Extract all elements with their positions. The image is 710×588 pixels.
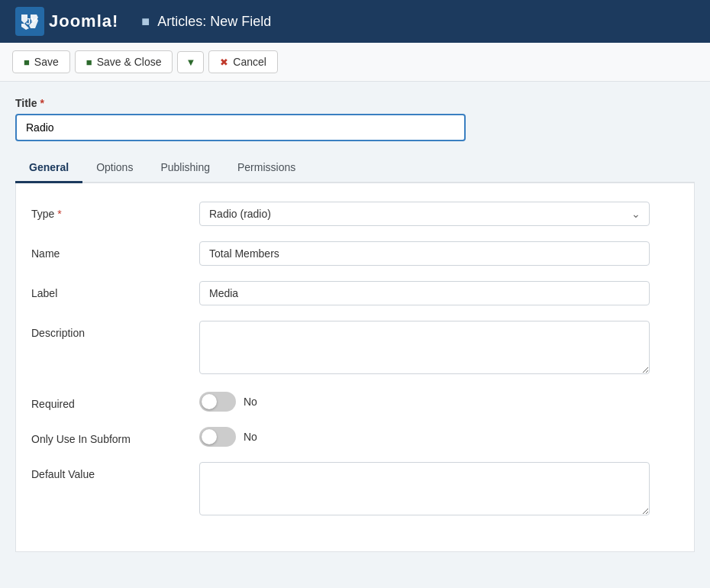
page-title: Articles: New Field (157, 14, 271, 30)
dropdown-arrow-icon: ▼ (186, 57, 195, 68)
name-label: Name (31, 241, 199, 260)
default-value-row: Default Value (31, 462, 679, 518)
toolbar: ■ Save ■ Save & Close ▼ ✖ Cancel (0, 43, 710, 82)
tab-publishing[interactable]: Publishing (147, 153, 224, 183)
type-label: Type * (31, 202, 199, 220)
label-row: Label (31, 281, 679, 305)
subform-control: No (199, 427, 650, 447)
title-input[interactable] (15, 114, 466, 141)
top-header: J! Joomla! ■ Articles: New Field (0, 0, 710, 43)
tab-general[interactable]: General (15, 153, 82, 183)
required-row: Required No (31, 392, 679, 412)
subform-toggle-wrapper: No (199, 427, 650, 447)
joomla-logo: J! Joomla! (15, 7, 118, 36)
description-control (199, 321, 650, 376)
page-title-area: ■ Articles: New Field (141, 14, 271, 30)
default-value-control (199, 462, 650, 518)
label-control (199, 281, 650, 305)
save-icon: ■ (24, 57, 30, 68)
tabs-container: General Options Publishing Permissions (15, 153, 695, 183)
required-label: Required (31, 392, 199, 410)
title-section: Title * (15, 97, 695, 141)
type-control: Radio (radio) ⌄ (199, 202, 650, 226)
required-toggle-status: No (244, 396, 257, 408)
description-row: Description (31, 321, 679, 376)
type-select-wrapper: Radio (radio) ⌄ (199, 202, 650, 226)
save-close-label: Save & Close (97, 56, 162, 68)
description-label: Description (31, 321, 199, 339)
cancel-label: Cancel (233, 56, 266, 68)
form-panel: Type * Radio (radio) ⌄ Name (15, 183, 695, 552)
label-label: Label (31, 281, 199, 299)
type-select[interactable]: Radio (radio) (199, 202, 650, 226)
subform-row: Only Use In Subform No (31, 427, 679, 447)
default-value-label: Default Value (31, 462, 199, 480)
name-input[interactable] (199, 241, 650, 266)
subform-toggle-status: No (244, 431, 257, 443)
name-row: Name (31, 241, 679, 266)
required-control: No (199, 392, 650, 412)
svg-text:J!: J! (26, 17, 34, 26)
required-toggle-wrapper: No (199, 392, 650, 412)
type-required-star: * (57, 208, 61, 220)
save-close-button[interactable]: ■ Save & Close (75, 50, 173, 73)
main-content: Title * General Options Publishing Permi… (0, 82, 710, 552)
description-textarea[interactable] (199, 321, 650, 374)
joomla-logo-icon: J! (15, 7, 44, 36)
tab-options[interactable]: Options (82, 153, 147, 183)
cancel-icon: ✖ (220, 57, 228, 68)
tab-permissions[interactable]: Permissions (224, 153, 309, 183)
save-close-icon: ■ (86, 57, 92, 68)
type-row: Type * Radio (radio) ⌄ (31, 202, 679, 226)
cancel-button[interactable]: ✖ Cancel (208, 50, 278, 73)
required-toggle[interactable] (199, 392, 236, 412)
title-required-star: * (40, 97, 44, 109)
name-control (199, 241, 650, 266)
label-input[interactable] (199, 281, 650, 305)
subform-label: Only Use In Subform (31, 427, 199, 445)
default-value-textarea[interactable] (199, 462, 650, 515)
joomla-logo-text: Joomla! (49, 11, 118, 31)
puzzle-icon: ■ (141, 14, 150, 30)
dropdown-button[interactable]: ▼ (177, 51, 204, 73)
save-button[interactable]: ■ Save (12, 50, 70, 73)
save-label: Save (34, 56, 59, 68)
subform-toggle[interactable] (199, 427, 236, 447)
title-label: Title * (15, 97, 695, 109)
